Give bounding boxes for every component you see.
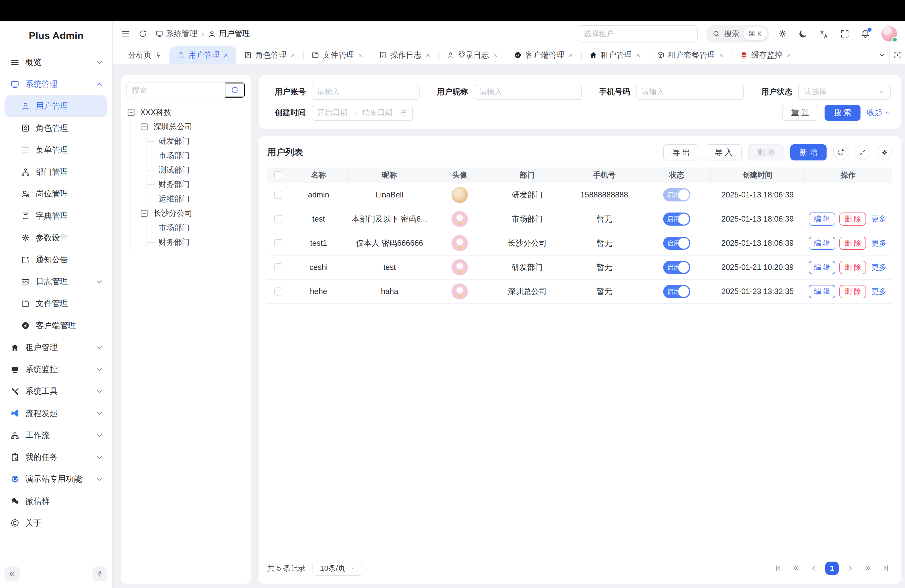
- sidebar-item-dept-mgmt[interactable]: 部门管理: [0, 161, 112, 183]
- jump-forward-button[interactable]: [862, 562, 875, 575]
- tree-refresh-button[interactable]: [225, 83, 245, 98]
- delete-row-button[interactable]: 删 除: [839, 237, 866, 250]
- sidebar-item-role-mgmt[interactable]: 角色管理: [0, 117, 112, 139]
- sidebar-item-demo-features[interactable]: 演示站专用功能: [0, 468, 112, 490]
- import-button[interactable]: 导 入: [706, 145, 741, 161]
- page-size-select[interactable]: 10条/页: [313, 561, 363, 576]
- row-checkbox[interactable]: [274, 263, 282, 271]
- collapse-box-icon[interactable]: [140, 209, 149, 218]
- edit-button[interactable]: 编 辑: [809, 285, 835, 298]
- sidebar-item-file-mgmt[interactable]: 文件管理: [0, 293, 112, 315]
- close-icon[interactable]: [492, 52, 498, 58]
- close-icon[interactable]: [786, 52, 792, 58]
- sidebar-item-process-start[interactable]: 流程发起: [0, 402, 112, 424]
- close-icon[interactable]: [223, 52, 229, 58]
- last-page-button[interactable]: [880, 562, 892, 575]
- hamburger-menu-button[interactable]: [121, 29, 130, 39]
- sidebar-item-menu-mgmt[interactable]: 菜单管理: [0, 139, 112, 161]
- close-icon[interactable]: [635, 52, 641, 58]
- more-actions-link[interactable]: 更多: [870, 237, 888, 250]
- sidebar-item-post-mgmt[interactable]: 岗位管理: [0, 183, 112, 205]
- tab-tenant-package-mgmt[interactable]: 租户套餐管理: [649, 46, 732, 64]
- breadcrumb-system-mgmt[interactable]: 系统管理: [156, 29, 198, 39]
- row-checkbox[interactable]: [274, 239, 282, 247]
- sidebar-item-workflow[interactable]: 工作流: [0, 424, 112, 446]
- more-actions-link[interactable]: 更多: [870, 285, 888, 298]
- filter-date-range-picker[interactable]: 开始日期 → 结束日期: [312, 105, 413, 121]
- tree-node-leaf[interactable]: 运维部门: [147, 192, 245, 206]
- sidebar-item-about[interactable]: 关于: [0, 512, 112, 534]
- first-page-button[interactable]: [772, 562, 784, 575]
- tree-node-leaf[interactable]: 财务部门: [147, 177, 245, 192]
- edit-button[interactable]: 编 辑: [809, 237, 835, 250]
- tree-node-root[interactable]: XXX科技: [127, 105, 245, 119]
- tree-node-branch[interactable]: 长沙分公司: [140, 206, 245, 221]
- refresh-page-button[interactable]: [138, 29, 147, 38]
- tab-login-log[interactable]: 登录日志: [439, 46, 506, 64]
- tenant-select-input[interactable]: [578, 25, 698, 43]
- status-toggle[interactable]: 启用: [663, 285, 690, 298]
- user-avatar[interactable]: [881, 26, 897, 41]
- tab-cache-monitor[interactable]: 缓存监控: [732, 46, 799, 64]
- sidebar-item-log-mgmt[interactable]: 日志管理: [0, 271, 112, 293]
- row-checkbox[interactable]: [274, 191, 282, 199]
- table-settings-button[interactable]: [876, 145, 892, 160]
- sidebar-item-notice[interactable]: 通知公告: [0, 249, 112, 271]
- status-toggle[interactable]: 启用: [663, 213, 690, 226]
- tree-node-leaf[interactable]: 市场部门: [147, 221, 245, 235]
- tab-file-mgmt[interactable]: 文件管理: [304, 46, 371, 64]
- tree-node-leaf[interactable]: 测试部门: [147, 163, 245, 177]
- sidebar-item-system-tools[interactable]: 系统工具: [0, 380, 112, 402]
- filter-phone-input[interactable]: [636, 84, 744, 100]
- table-fullscreen-button[interactable]: [855, 145, 870, 160]
- edit-button[interactable]: 编 辑: [809, 261, 835, 274]
- tree-node-leaf[interactable]: 研发部门: [147, 134, 245, 148]
- tabs-dropdown-button[interactable]: [874, 46, 889, 64]
- filter-account-input[interactable]: [312, 84, 419, 100]
- edit-button[interactable]: 编 辑: [809, 213, 835, 226]
- sidebar-item-param-settings[interactable]: 参数设置: [0, 227, 112, 249]
- add-button[interactable]: 新 增: [791, 145, 826, 161]
- close-icon[interactable]: [425, 52, 431, 58]
- current-page-button[interactable]: 1: [825, 562, 838, 575]
- dark-mode-toggle[interactable]: [798, 29, 808, 39]
- next-page-button[interactable]: [844, 562, 857, 575]
- more-actions-link[interactable]: 更多: [870, 261, 888, 274]
- tab-tenant-mgmt[interactable]: 租户管理: [582, 46, 649, 64]
- language-switch-button[interactable]: [819, 29, 829, 39]
- sidebar-item-system-mgmt[interactable]: 系统管理: [0, 73, 112, 95]
- collapse-box-icon[interactable]: [127, 108, 136, 117]
- sidebar-item-system-monitor[interactable]: 系统监控: [0, 359, 112, 380]
- sidebar-item-wechat-group[interactable]: 微信群: [0, 490, 112, 512]
- tab-operation-log[interactable]: 操作日志: [371, 46, 438, 64]
- breadcrumb-user-mgmt[interactable]: 用户管理: [208, 29, 250, 39]
- settings-button[interactable]: [778, 29, 788, 39]
- tab-user-mgmt[interactable]: 用户管理: [170, 46, 236, 64]
- global-search-button[interactable]: 搜索 ⌘ K: [706, 25, 769, 43]
- close-icon[interactable]: [568, 52, 574, 58]
- table-refresh-button[interactable]: [833, 145, 848, 160]
- tree-node-branch[interactable]: 深圳总公司: [140, 119, 245, 134]
- sidebar-item-my-tasks[interactable]: 我的任务: [0, 447, 112, 468]
- sidebar-item-tenant-mgmt[interactable]: 租户管理: [0, 337, 112, 358]
- delete-row-button[interactable]: 删 除: [839, 213, 866, 226]
- collapse-box-icon[interactable]: [140, 122, 149, 132]
- tab-client-mgmt[interactable]: 客户端管理: [506, 46, 581, 64]
- tree-node-leaf[interactable]: 市场部门: [147, 148, 245, 163]
- status-toggle[interactable]: 启用: [663, 188, 690, 202]
- close-icon[interactable]: [357, 52, 363, 58]
- filter-status-select[interactable]: 请选择: [798, 84, 891, 100]
- sidebar-item-dict-mgmt[interactable]: 字典管理: [0, 205, 112, 227]
- collapse-filters-link[interactable]: 收起: [867, 107, 891, 118]
- search-button[interactable]: 搜 索: [824, 105, 861, 121]
- sidebar-item-overview[interactable]: 概览: [0, 51, 112, 73]
- sidebar-collapse-button[interactable]: [5, 566, 20, 582]
- content-fullscreen-button[interactable]: [889, 46, 905, 64]
- fullscreen-button[interactable]: [840, 29, 850, 39]
- tree-search-input[interactable]: [127, 83, 225, 98]
- close-icon[interactable]: [290, 52, 295, 58]
- sidebar-item-client-mgmt[interactable]: 客户端管理: [0, 315, 112, 337]
- delete-row-button[interactable]: 删 除: [839, 285, 866, 298]
- jump-back-button[interactable]: [790, 562, 802, 575]
- more-actions-link[interactable]: 更多: [870, 213, 888, 226]
